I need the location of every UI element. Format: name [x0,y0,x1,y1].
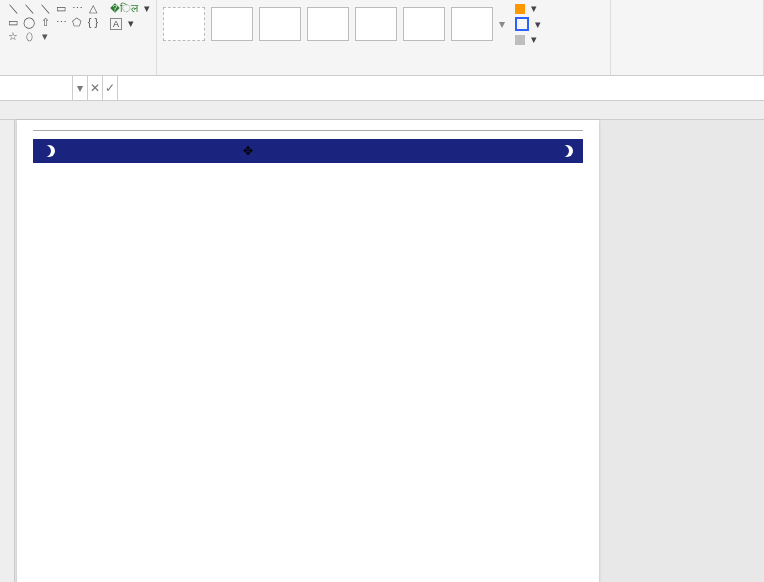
enter-icon[interactable]: ✓ [103,76,118,100]
shape-style-gallery[interactable]: ▾ [163,7,505,41]
sheet-gutter [599,120,764,582]
ribbon-label-insert-shape [6,71,150,73]
ribbon-group-shape-style: ▾ ▾ ▾ ▾ [157,0,611,75]
moon-icon-left [43,145,55,157]
ribbon-group-wordart [611,0,764,75]
shape-gallery[interactable]: ＼＼＼▭⋯ △▭◯⇧⋯ ⬠{ }☆⬯▾ [6,2,106,42]
page-title [33,120,583,131]
column-headers[interactable] [0,101,764,120]
ribbon-label-wordart [617,71,757,73]
shape-effects-button[interactable]: ▾ [515,33,541,46]
shape-fill-button[interactable]: ▾ [515,2,541,15]
move-cursor-icon: ✥ [243,144,253,158]
ribbon-group-insert-shape: ＼＼＼▭⋯ △▭◯⇧⋯ ⬠{ }☆⬯▾ �िल▾ A▾ [0,0,157,75]
moon-icon-right [561,145,573,157]
worksheet-page: ✥ [17,120,599,582]
row-headers[interactable] [0,120,15,582]
ribbon: ＼＼＼▭⋯ △▭◯⇧⋯ ⬠{ }☆⬯▾ �िल▾ A▾ [0,0,764,76]
name-box[interactable] [0,76,73,100]
night-divider[interactable]: ✥ [33,139,583,163]
name-box-dropdown[interactable]: ▾ [73,76,88,100]
shape-outline-button[interactable]: ▾ [515,17,541,31]
ribbon-label-shape-style [163,71,604,73]
edit-shape-button[interactable]: �िल▾ [110,2,150,15]
formula-bar: ▾ ✕ ✓ [0,76,764,101]
text-box-button[interactable]: A▾ [110,17,150,30]
cancel-icon[interactable]: ✕ [88,76,103,100]
